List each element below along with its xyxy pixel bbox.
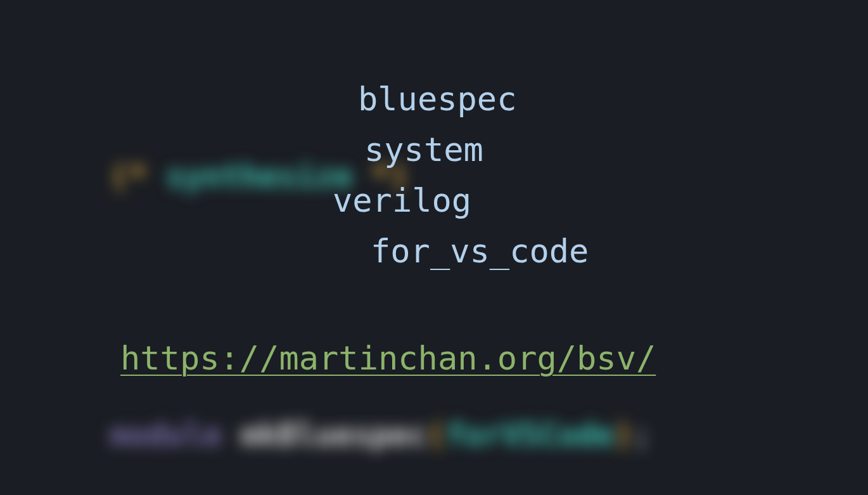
title-line-4: for_vs_code (371, 232, 589, 270)
project-url-link[interactable]: https://martinchan.org/bsv/ (120, 339, 656, 377)
title-card: (* synthesize *) module mkBluespec(forVS… (0, 0, 868, 495)
title-line-3: verilog (333, 181, 471, 219)
title-line-2: system (364, 131, 483, 169)
overlay: bluespec system verilog for_vs_code http… (0, 0, 868, 495)
background-code-blurred: (* synthesize *) module mkBluespec(forVS… (0, 0, 868, 495)
title-line-1: bluespec (358, 80, 516, 118)
